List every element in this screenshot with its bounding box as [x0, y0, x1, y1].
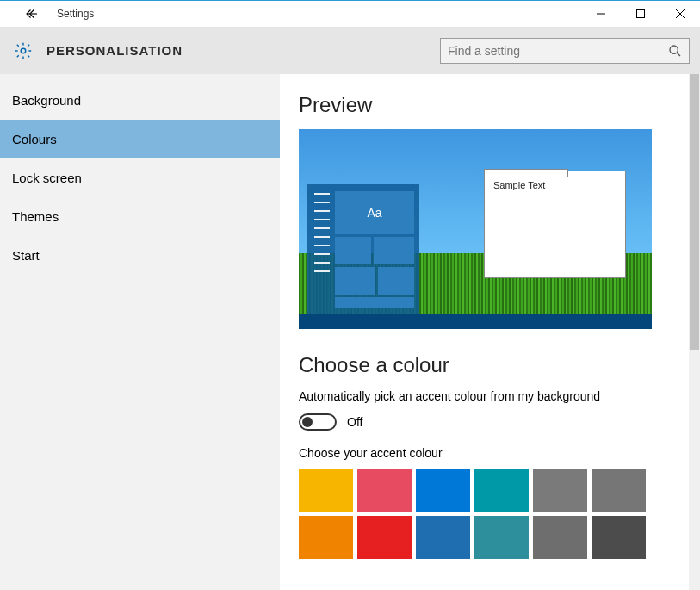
preview-start-menu: Aa — [307, 184, 419, 314]
content-area: Preview Aa — [280, 74, 700, 590]
preview-tile — [335, 237, 371, 264]
search-wrap — [440, 38, 690, 64]
accent-swatches — [299, 469, 660, 559]
svg-rect-0 — [637, 10, 645, 18]
sidebar-item-lock-screen[interactable]: Lock screen — [0, 158, 280, 197]
arrow-left-icon — [24, 6, 40, 22]
auto-accent-toggle[interactable] — [299, 413, 337, 431]
auto-accent-label: Automatically pick an accent colour from… — [299, 389, 676, 403]
preview-heading: Preview — [299, 93, 676, 117]
preview-tile — [374, 237, 414, 264]
svg-point-2 — [670, 46, 678, 53]
titlebar: Settings — [0, 1, 700, 27]
sidebar-item-themes[interactable]: Themes — [0, 197, 280, 236]
page-title: PERSONALISATION — [46, 43, 183, 58]
search-box[interactable] — [440, 38, 690, 64]
preview-start-rail — [307, 184, 335, 314]
auto-accent-state: Off — [347, 415, 362, 429]
search-input[interactable] — [448, 44, 668, 58]
colour-swatch[interactable] — [357, 469, 412, 512]
body: Background Colours Lock screen Themes St… — [0, 74, 700, 590]
colour-swatch[interactable] — [357, 516, 412, 559]
preview-taskbar — [299, 314, 652, 329]
sidebar-item-start[interactable]: Start — [0, 236, 280, 275]
colour-swatch[interactable] — [299, 516, 353, 559]
colour-swatch[interactable] — [533, 469, 587, 512]
preview-tile — [335, 267, 375, 295]
colour-swatch[interactable] — [592, 516, 646, 559]
preview-aa-label: Aa — [367, 206, 381, 220]
sidebar-item-background[interactable]: Background — [0, 81, 280, 120]
preview-tile — [335, 297, 414, 308]
colour-swatch[interactable] — [474, 516, 529, 559]
accent-colour-label: Choose your accent colour — [299, 446, 676, 460]
colour-swatch[interactable] — [592, 469, 646, 512]
preview-tile-aa: Aa — [335, 191, 414, 234]
sidebar-item-colours[interactable]: Colours — [0, 120, 280, 158]
sidebar-item-label: Colours — [12, 132, 57, 146]
maximize-button[interactable] — [621, 1, 660, 27]
toggle-knob — [302, 417, 313, 427]
search-icon — [668, 44, 682, 58]
close-icon — [676, 9, 685, 18]
gear-icon — [12, 40, 34, 62]
sidebar-item-label: Background — [12, 93, 81, 108]
sidebar: Background Colours Lock screen Themes St… — [0, 74, 280, 590]
preview-sample-window: Sample Text — [484, 171, 626, 278]
colour-swatch[interactable] — [533, 516, 587, 559]
header: PERSONALISATION — [0, 27, 700, 74]
scrollbar[interactable] — [689, 74, 700, 590]
minimize-button[interactable] — [581, 1, 621, 27]
colour-swatch[interactable] — [474, 469, 529, 512]
choose-colour-heading: Choose a colour — [299, 353, 676, 377]
preview-start-tiles: Aa — [335, 184, 419, 314]
window-controls — [581, 1, 700, 27]
preview-box: Aa Sample Text — [299, 129, 652, 329]
close-button[interactable] — [660, 1, 700, 27]
colour-swatch[interactable] — [416, 516, 470, 559]
sidebar-item-label: Themes — [12, 209, 59, 224]
preview-window-tab — [484, 169, 568, 177]
colour-swatch[interactable] — [299, 469, 353, 512]
colour-swatch[interactable] — [416, 469, 470, 512]
sidebar-item-label: Start — [12, 248, 40, 263]
scrollbar-thumb[interactable] — [690, 74, 699, 350]
back-button[interactable] — [15, 1, 48, 27]
preview-tile — [378, 267, 414, 295]
svg-point-1 — [21, 48, 26, 53]
content: Preview Aa — [280, 74, 700, 590]
auto-accent-toggle-row: Off — [299, 413, 676, 431]
window-title: Settings — [57, 8, 94, 20]
sidebar-item-label: Lock screen — [12, 171, 82, 185]
maximize-icon — [636, 9, 645, 18]
minimize-icon — [597, 9, 605, 18]
